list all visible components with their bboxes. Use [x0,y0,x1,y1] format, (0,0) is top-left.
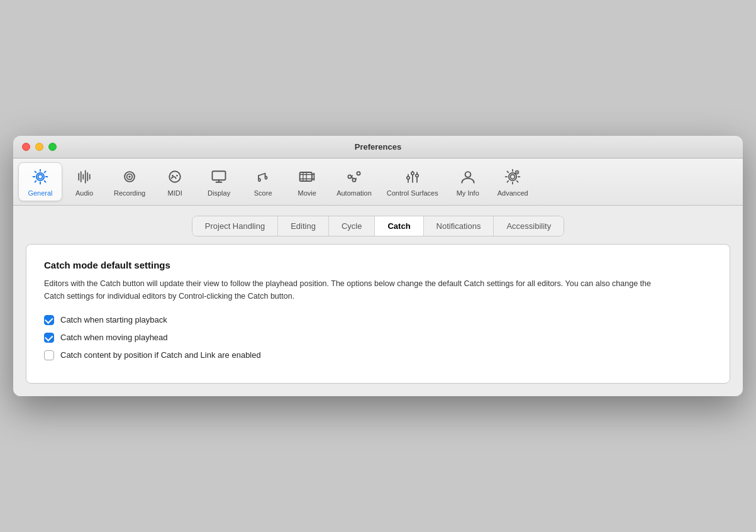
toolbar-label-general: General [28,189,52,197]
toolbar-item-score[interactable]: Score [241,163,285,201]
display-icon [209,167,229,187]
close-button[interactable] [22,143,30,151]
toolbar-item-control-surfaces[interactable]: Control Surfaces [379,163,446,201]
panel-description: Editors with the Catch button will updat… [44,278,660,302]
audio-icon [74,167,94,187]
recording-icon [120,167,140,187]
checkbox-row-2: Catch when moving playhead [44,333,712,343]
traffic-lights [22,143,57,151]
advanced-icon [503,167,523,187]
subtab-notifications[interactable]: Notifications [424,216,494,236]
svg-point-4 [128,175,131,178]
svg-rect-9 [300,172,312,181]
score-icon [253,167,273,187]
svg-point-6 [172,175,174,177]
midi-icon [165,167,185,187]
checkbox-row-1: Catch when starting playback [44,315,712,325]
svg-point-20 [511,175,515,179]
svg-point-17 [407,177,409,179]
toolbar-label-automation: Automation [336,189,372,197]
toolbar-item-recording[interactable]: Recording [106,163,153,201]
toolbar-label-midi: MIDI [168,189,182,197]
movie-icon [297,167,317,187]
subtab-catch[interactable]: Catch [375,216,423,236]
minimize-button[interactable] [35,143,43,151]
toolbar-item-midi[interactable]: MIDI [153,163,197,201]
checkbox-catch-playback[interactable] [44,315,54,325]
checkbox-label-2: Catch when moving playhead [60,333,168,342]
toolbar-label-movie: Movie [297,189,316,197]
toolbar-item-general[interactable]: General [18,162,62,201]
settings-panel: Catch mode default settings Editors with… [26,244,730,384]
toolbar-item-movie[interactable]: Movie [285,163,329,201]
svg-point-18 [416,174,418,177]
checkbox-label-1: Catch when starting playback [60,315,167,324]
toolbar-item-audio[interactable]: Audio [62,163,106,201]
subtab-project-handling[interactable]: Project Handling [192,216,278,236]
subtabs-bar: Project Handling Editing Cycle Catch Not… [192,216,564,236]
toolbar-label-advanced: Advanced [498,189,528,197]
toolbar-label-score: Score [254,189,272,197]
toolbar-item-display[interactable]: Display [197,163,241,201]
checkbox-catch-playhead[interactable] [44,333,54,343]
toolbar-label-display: Display [208,189,230,197]
toolbar-item-my-info[interactable]: My Info [446,163,490,201]
maximize-button[interactable] [48,143,57,151]
toolbar-label-audio: Audio [75,189,93,197]
svg-point-11 [357,172,360,175]
subtab-editing[interactable]: Editing [278,216,329,236]
preferences-window: Preferences General Audio [13,136,743,396]
svg-point-19 [465,172,470,177]
toolbar: General Audio Recording [13,158,743,206]
subtab-accessibility[interactable]: Accessibility [494,216,564,236]
main-content: Project Handling Editing Cycle Catch Not… [13,206,743,396]
toolbar-label-recording: Recording [114,189,145,197]
toolbar-label-my-info: My Info [457,189,479,197]
svg-point-0 [38,175,43,179]
automation-icon [344,167,364,187]
checkbox-row-3: Catch content by position if Catch and L… [44,350,712,360]
panel-title: Catch mode default settings [44,260,712,270]
toolbar-item-advanced[interactable]: Advanced [490,163,536,201]
checkbox-label-3: Catch content by position if Catch and L… [60,350,261,360]
svg-rect-8 [213,171,226,180]
titlebar: Preferences [13,136,743,158]
toolbar-label-control-surfaces: Control Surfaces [387,189,438,197]
svg-point-7 [176,175,178,177]
window-title: Preferences [355,142,401,152]
control-surfaces-icon [403,167,423,187]
subtab-cycle[interactable]: Cycle [329,216,375,236]
toolbar-item-automation[interactable]: Automation [329,163,379,201]
gear-icon [30,167,50,187]
checkbox-catch-position[interactable] [44,350,54,360]
my-info-icon [458,167,478,187]
svg-point-16 [411,172,414,175]
